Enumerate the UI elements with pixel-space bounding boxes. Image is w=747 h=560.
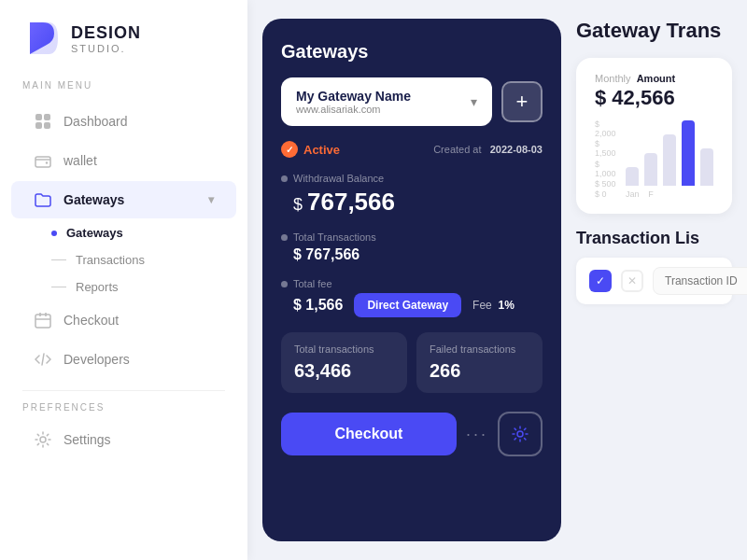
logo-icon: [22, 19, 62, 58]
bar-3: [663, 134, 676, 186]
dashboard-label: Dashboard: [63, 114, 128, 129]
selector-row: My Gateway Name www.alisariak.com ▾ +: [281, 77, 543, 126]
chart-container: $ 2,000 $ 1,500 $ 1,000 $ 500 $ 0: [595, 119, 713, 199]
sub-nav: Gateways Transactions Reports: [0, 219, 247, 301]
chart-card: Monthly Amount $ 42,566 $ 2,000 $ 1,500 …: [576, 58, 732, 214]
checkout-label: Checkout: [63, 313, 119, 328]
svg-rect-1: [44, 114, 50, 120]
svg-rect-0: [35, 114, 42, 120]
chevron-down-icon: ▾: [208, 193, 214, 206]
transaction-row: ✓ ✕: [576, 258, 732, 304]
status-row: ✓ Active Created at 2022-08-03: [281, 141, 543, 158]
gateway-info: My Gateway Name www.alisariak.com: [296, 89, 411, 115]
withdrawal-value: $ 767,566: [281, 188, 543, 217]
svg-point-5: [46, 161, 48, 163]
total-fee-label: Total fee: [281, 278, 543, 289]
total-txn-value: $ 767,566: [281, 246, 543, 263]
sub-gateways-label: Gateways: [66, 226, 123, 240]
sub-nav-transactions[interactable]: Transactions: [51, 246, 247, 273]
bar-2: [644, 153, 657, 186]
x-label-f: F: [644, 189, 657, 199]
active-dot: [51, 231, 57, 236]
chart-y-labels: $ 2,000 $ 1,500 $ 1,000 $ 500 $ 0: [595, 119, 616, 199]
stat-dot-icon-3: [281, 281, 288, 287]
main-content: Gateways My Gateway Name www.alisariak.c…: [247, 0, 747, 560]
failed-txn-value: 266: [430, 360, 529, 382]
sidebar-item-developers[interactable]: Developers: [11, 341, 236, 378]
fee-percent-badge: Fee 1%: [472, 299, 514, 312]
gear-settings-icon: [511, 425, 529, 443]
checkout-row: Checkout ···: [281, 412, 543, 456]
logo-name: DESION: [71, 23, 141, 43]
svg-rect-2: [35, 122, 42, 129]
created-at: Created at 2022-08-03: [433, 144, 543, 155]
menu-label: Main Menu: [0, 80, 247, 102]
active-dot-icon: ✓: [281, 141, 298, 158]
total-txn-count-card: Total transactions 63,466: [281, 332, 407, 393]
add-gateway-button[interactable]: +: [501, 81, 543, 122]
gateway-name: My Gateway Name: [296, 89, 411, 104]
stat-dot-icon-2: [281, 234, 288, 241]
selector-chevron-icon: ▾: [471, 94, 477, 109]
settings-label: Settings: [63, 432, 111, 447]
pref-label: Prefrences: [0, 402, 247, 420]
total-txn-block: Total Transactions $ 767,566: [281, 231, 543, 263]
fee-row: $ 1,566 Direct Gateway Fee 1%: [281, 293, 543, 317]
created-date: 2022-08-03: [490, 144, 543, 155]
gateways-label: Gateways: [63, 192, 124, 207]
chart-bars-container: Jan F: [626, 120, 713, 199]
withdrawal-balance-block: Withdrawal Balance $ 767,566: [281, 173, 543, 217]
dash-icon-2: [51, 287, 66, 287]
gateway-settings-button[interactable]: [498, 412, 543, 456]
sidebar-item-dashboard[interactable]: Dashboard: [11, 103, 236, 140]
fee-pct: 1%: [498, 299, 514, 312]
sidebar: DESION STUDIO. Main Menu Dashboard walle…: [0, 0, 247, 560]
y-label-5: $ 0: [595, 189, 616, 199]
gateway-url: www.alisariak.com: [296, 104, 411, 115]
transaction-id-input[interactable]: [653, 267, 747, 295]
total-fee-value: $ 1,566: [281, 297, 343, 314]
developers-label: Developers: [63, 352, 130, 367]
sub-transactions-label: Transactions: [76, 253, 145, 267]
chart-x-labels: Jan F: [626, 189, 713, 199]
svg-point-8: [517, 431, 523, 437]
code-icon: [34, 350, 52, 369]
transaction-list-title: Transaction Lis: [576, 229, 732, 248]
wallet-icon: [34, 151, 52, 170]
bar-1: [626, 167, 639, 186]
monthly-label: Monthly Amount: [595, 73, 713, 84]
withdrawal-label: Withdrawal Balance: [281, 173, 543, 184]
gear-icon: [34, 430, 52, 449]
total-fee-block: Total fee $ 1,566 Direct Gateway Fee 1%: [281, 278, 543, 317]
folder-icon: [34, 190, 52, 209]
sidebar-item-settings[interactable]: Settings: [11, 421, 236, 458]
total-txn-count-label: Total transactions: [294, 343, 394, 355]
txn-check-icon[interactable]: ✓: [589, 270, 612, 292]
sub-nav-gateways[interactable]: Gateways: [51, 219, 247, 246]
total-txn-label: Total Transactions: [281, 231, 543, 243]
gateway-panel-title: Gateways: [281, 41, 543, 63]
stats-grid: Total transactions 63,466 Failed transac…: [281, 332, 543, 393]
failed-txn-label: Failed transactions: [430, 343, 529, 355]
grid-icon: [34, 112, 52, 131]
active-status-badge: ✓ Active: [281, 141, 340, 158]
checkout-button[interactable]: Checkout: [281, 413, 457, 455]
transaction-list-section: Transaction Lis ✓ ✕: [576, 229, 732, 304]
bar-4: [682, 120, 695, 186]
y-label-1: $ 2,000: [595, 119, 616, 138]
sub-nav-reports[interactable]: Reports: [51, 273, 247, 301]
sidebar-item-wallet[interactable]: wallet: [11, 142, 236, 179]
gateway-selector[interactable]: My Gateway Name www.alisariak.com ▾: [281, 77, 492, 126]
chart-bars: [626, 120, 713, 186]
direct-gateway-badge: Direct Gateway: [354, 293, 461, 317]
right-panel-title: Gateway Trans: [576, 19, 732, 43]
sidebar-item-gateways[interactable]: Gateways ▾: [11, 181, 236, 218]
status-text: Active: [303, 143, 340, 157]
chart-value: $ 42,566: [595, 86, 713, 110]
txn-x-icon[interactable]: ✕: [621, 270, 643, 292]
gateway-panel: Gateways My Gateway Name www.alisariak.c…: [262, 19, 561, 541]
x-label-jan: Jan: [626, 189, 639, 199]
logo-sub: STUDIO.: [71, 43, 141, 54]
sidebar-item-checkout[interactable]: Checkout: [11, 301, 236, 339]
logo-text: DESION STUDIO.: [71, 23, 141, 54]
